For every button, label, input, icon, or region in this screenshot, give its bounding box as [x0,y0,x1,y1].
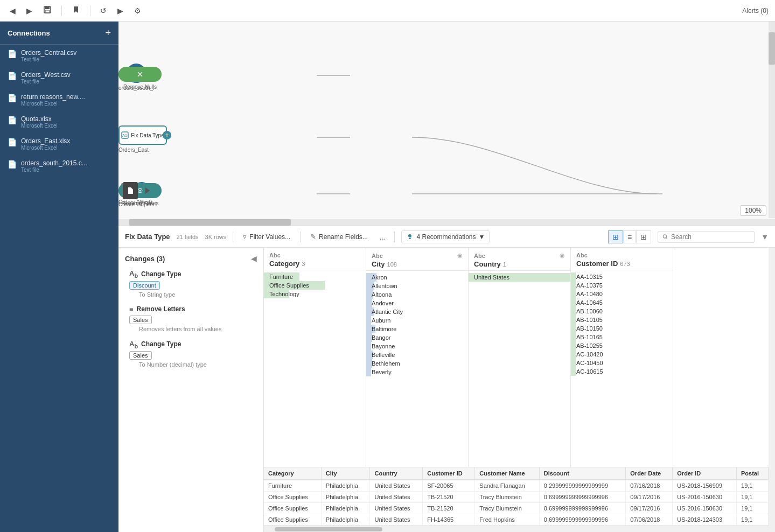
table-cell-1-4: Tracy Blumstein [475,492,539,503]
table-header-6: Order Date [626,467,673,480]
col-value-text-1-2: Altoona [372,291,392,298]
panel-right-scrollbar[interactable] [769,248,775,532]
change-type-icon-2: Ab [129,340,138,349]
col-value-row-1-10: Bethlehem [366,359,468,368]
file-icon-1: 📄 [8,72,17,80]
more-options-button[interactable]: ... [378,233,388,241]
sidebar-header: Connections + [0,22,118,45]
table-cell-0-0: Furniture [264,480,321,492]
sidebar-item-orders-east[interactable]: 📄 Orders_East.xlsx Microsoft Excel [0,133,118,155]
changes-sidebar: Changes (3) ◀ Ab Change Type Discount To… [118,248,264,532]
change-desc-0: To String type [129,291,257,298]
table-header-8: Postal [737,467,769,480]
table-header-1: City [321,467,370,480]
file-icon-2: 📄 [8,94,17,102]
node-remove-nulls[interactable]: Remove Nulls [118,67,162,90]
table-cell-3-4: Fred Hopkins [475,514,539,526]
col-value-row-1-1: Allentown [366,282,468,290]
toolbar-separator-2 [90,5,90,16]
horizontal-scrollbar[interactable] [264,526,769,532]
svg-line-15 [666,237,667,239]
col-value-text-3-3: AA-10645 [576,299,603,306]
back-button[interactable]: ◀ [6,4,19,17]
data-view: Abc Category 3 Furniture Office Supplies [264,248,769,532]
sidebar-item-return-reasons[interactable]: 📄 return reasons_new.... Microsoft Excel [0,89,118,111]
play-button[interactable]: ▶ [114,4,127,17]
search-input[interactable] [671,233,750,241]
grid-view-button[interactable]: ⊞ [608,230,623,243]
col-value-row-1-0: Akron [366,273,468,282]
col-value-text-0-1: Office Supplies [269,282,309,289]
table-view-button[interactable]: ⊞ [636,230,651,243]
search-expand-button[interactable]: ▼ [761,233,769,241]
table-cell-2-4: Tracy Blumstein [475,503,539,514]
forward-button[interactable]: ▶ [23,4,36,17]
table-header-5: Discount [539,467,626,480]
top-toolbar: ◀ ▶ ↺ ▶ ⚙ Alerts (0) [0,0,775,22]
right-area: orders_south_. Remove Nulls Orders_East [118,22,775,532]
col-value-text-1-7: Bangor [372,334,390,341]
change-item-header-2: Ab Change Type [129,340,257,349]
panel-sep-3 [394,232,395,242]
search-icon [662,234,668,240]
node-fix-data-type[interactable]: A 1 Fix Data Type + [118,125,167,145]
filter-icon: ▿ [243,233,247,241]
canvas-hscroll[interactable] [118,219,775,226]
zoom-control: 100% [740,205,766,216]
col-value-row-3-2: AA-10480 [571,290,673,298]
col-header-1: Abc ◉ City 108 [366,248,468,271]
change-badge-1[interactable]: Sales [129,316,152,324]
fix-data-type-add-button[interactable]: + [163,131,171,139]
col-value-row-2-0: United States [469,273,570,282]
col-value-text-3-1: AA-10375 [576,282,603,289]
settings-button[interactable]: ⚙ [131,4,144,17]
col-card-3: Abc Customer ID 673 AA-10315 AA-10375 [571,248,673,467]
sidebar-item-orders-south[interactable]: 📄 orders_south_2015.c... Text file [0,155,118,177]
bookmark-button[interactable] [68,3,83,18]
list-view-button[interactable]: ≡ [623,230,636,243]
table-cell-3-1: Philadelphia [321,514,370,526]
col-value-row-3-8: AB-10255 [571,341,673,350]
col-value-text-3-5: AB-10105 [576,317,603,323]
lightbulb-icon [406,233,414,241]
table-cell-1-2: United States [370,492,423,503]
filter-values-button[interactable]: ▿ Filter Values... [240,230,294,243]
table-header-0: Category [264,467,321,480]
panel-sep-1 [233,232,233,242]
table-header-2: Country [370,467,423,480]
rename-fields-button[interactable]: ✎ Rename Fields... [307,230,371,243]
col-value-text-1-6: Baltimore [372,326,396,332]
col-value-text-1-10: Bethlehem [372,360,400,367]
recommendations-button[interactable]: 4 Recommendations ▼ [401,230,490,243]
table-cell-0-8: 19,1 [737,480,769,492]
table-cell-3-8: 19,1 [737,514,769,526]
col-value-row-1-4: Atlantic City [366,307,468,316]
table-cell-2-1: Philadelphia [321,503,370,514]
alerts-button[interactable]: Alerts (0) [742,7,769,15]
sidebar-item-orders-west[interactable]: 📄 Orders_West.csv Text file [0,67,118,89]
type-label-2: Abc [474,253,485,259]
node-create-supers[interactable]: Create 'Supers... [118,182,159,207]
col-count-1: 108 [387,261,397,268]
gender-icon-1: ◉ [457,252,463,259]
change-badge-0[interactable]: Discount [129,281,160,290]
panel-fields-count: 21 fields [177,234,199,240]
change-item-1: ≡ Remove Letters Sales Removes letters f… [125,305,257,332]
save-button[interactable] [40,3,55,18]
col-count-2: 1 [503,261,506,268]
changes-collapse-button[interactable]: ◀ [251,254,257,263]
sidebar-item-orders-central[interactable]: 📄 Orders_Central.csv Text file [0,45,118,67]
refresh-button[interactable]: ↺ [97,4,110,17]
col-name-0: Category [269,260,299,268]
table-cell-2-6: 09/17/2016 [626,503,673,514]
table-row: Office SuppliesPhiladelphiaUnited States… [264,503,769,514]
add-connection-button[interactable]: + [105,28,111,38]
canvas-vscroll[interactable] [769,22,775,218]
col-value-text-3-8: AB-10255 [576,342,603,349]
changes-title: Changes (3) [125,255,165,263]
sidebar-item-quota[interactable]: 📄 Quota.xlsx Microsoft Excel [0,111,118,133]
change-badge-2[interactable]: Sales [129,351,152,360]
panel-content: Changes (3) ◀ Ab Change Type Discount To… [118,248,775,532]
col-values-1: Akron Allentown Altoona Andover [366,271,468,467]
node-label-remove-nulls: Remove Nulls [123,84,157,90]
